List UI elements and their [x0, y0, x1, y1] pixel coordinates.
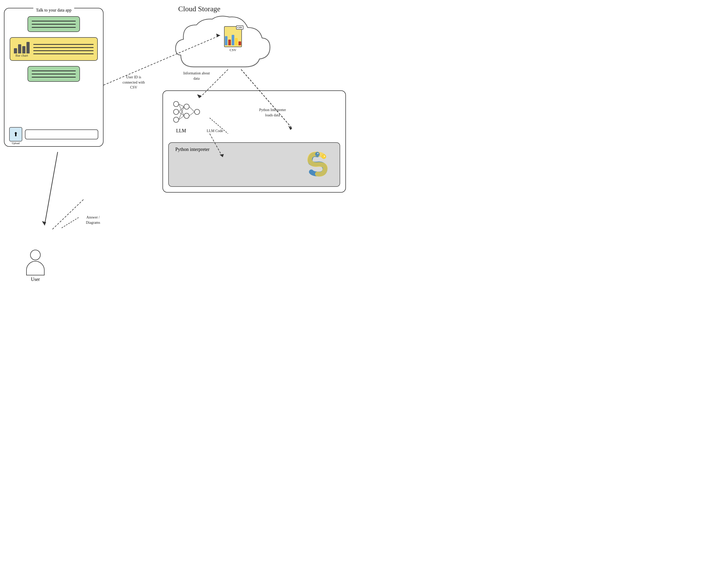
bottom-line-2: [32, 74, 76, 74]
chart-line-1: [33, 44, 94, 45]
svg-point-4: [184, 113, 189, 118]
svg-marker-28: [42, 221, 46, 226]
svg-point-14: [315, 152, 319, 156]
csv-file: CSV CSV: [224, 26, 242, 52]
svg-point-17: [324, 156, 325, 157]
user-head: [30, 250, 41, 260]
python-logo: [303, 151, 332, 178]
svg-point-15: [317, 153, 318, 154]
svg-line-8: [179, 107, 184, 112]
bar-chart-card: Bar chart: [10, 37, 98, 61]
python-snake-icon: [303, 151, 332, 177]
csv-file-body: CSV: [224, 26, 242, 47]
upload-icon-box[interactable]: ⬆ Upload: [9, 127, 22, 141]
svg-point-2: [174, 117, 179, 122]
user-figure: User: [26, 250, 45, 282]
bottom-line-1: [32, 71, 76, 71]
csv-bars: [225, 33, 241, 45]
line-2: [32, 24, 76, 25]
svg-point-3: [184, 104, 189, 109]
svg-point-5: [194, 109, 200, 114]
svg-line-27: [45, 152, 58, 226]
svg-line-13: [189, 112, 194, 116]
user-id-csv-annotation: User ID is connected with CSV: [113, 75, 155, 90]
user-label: User: [26, 277, 45, 282]
bottom-line-3: [32, 77, 76, 78]
cloud-container: CSV CSV: [173, 15, 272, 75]
info-about-data-annotation: Information about data: [176, 71, 217, 81]
bottom-green-card: [27, 66, 80, 82]
cloud-storage-title: Cloud Storage: [178, 5, 312, 13]
bar-chart-icon: [14, 41, 30, 53]
svg-point-1: [174, 109, 179, 114]
csv-badge: CSV: [236, 25, 243, 30]
python-loads-annotation: Python Interpreter loads data: [252, 107, 293, 118]
llm-code-annotation: LLM Code: [199, 128, 231, 134]
app-title: Talk to your data app: [33, 8, 74, 12]
upload-label: Upload: [12, 142, 19, 144]
csv-label: CSV: [224, 48, 242, 52]
chart-line-3: [33, 50, 94, 51]
neural-network-icon: [171, 99, 202, 125]
svg-point-16: [322, 155, 326, 159]
chat-input[interactable]: [25, 129, 98, 139]
chart-line-4: [33, 53, 94, 54]
line-3: [32, 27, 76, 28]
svg-line-30: [61, 217, 79, 228]
cloud-shape: [173, 15, 272, 75]
bar-chart-lines: [33, 44, 94, 55]
answer-diagrams-annotation: Answer / Diagrams: [77, 215, 109, 225]
top-green-card: [27, 16, 80, 32]
bar-chart-label: Bar chart: [16, 53, 28, 58]
python-box: Python interpreter: [168, 142, 340, 187]
chart-line-2: [33, 47, 94, 48]
user-body: [26, 261, 45, 275]
svg-line-12: [189, 107, 194, 112]
python-interpreter-label: Python interpreter: [175, 147, 209, 152]
app-panel: Talk to your data app Bar chart: [4, 8, 104, 147]
line-1: [32, 21, 76, 22]
svg-point-0: [174, 101, 179, 107]
backend-box: LLM Python interpreter: [162, 90, 346, 192]
upload-area: ⬆ Upload: [9, 127, 98, 141]
